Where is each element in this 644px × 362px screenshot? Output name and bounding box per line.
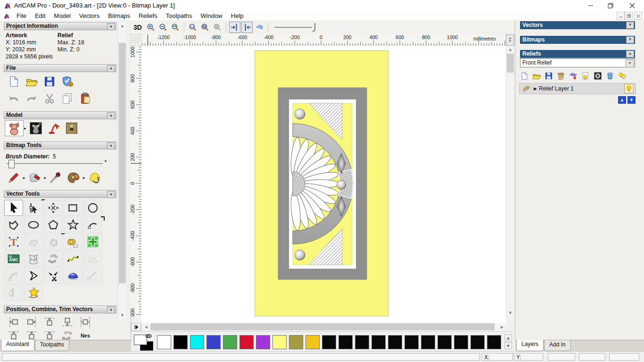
collapse-project-info-button[interactable]: ▲ bbox=[107, 23, 115, 30]
expand-bitmaps-icon[interactable]: ▼ bbox=[626, 36, 634, 43]
palette-swatch-14[interactable] bbox=[388, 335, 402, 349]
paint-icon[interactable] bbox=[5, 170, 23, 185]
palette-swatch-11[interactable] bbox=[339, 335, 353, 349]
child-close-button[interactable] bbox=[634, 12, 642, 20]
collapse-file-button[interactable]: ▲ bbox=[107, 65, 115, 72]
child-restore-button[interactable] bbox=[625, 12, 633, 20]
text-on-picture[interactable]: ABC bbox=[4, 251, 23, 267]
canvas-scroll-left-icon[interactable]: ◄ bbox=[143, 323, 149, 330]
fillet-arcs[interactable] bbox=[4, 268, 23, 284]
spin-dome[interactable] bbox=[64, 268, 83, 284]
vector-texture[interactable] bbox=[83, 251, 102, 267]
collapse-position-button[interactable]: ▲ bbox=[107, 306, 115, 313]
save-model-icon[interactable] bbox=[41, 74, 58, 89]
flyout-arrow-icon[interactable]: ▸ bbox=[44, 175, 47, 180]
new-relief-layer-icon[interactable] bbox=[580, 71, 591, 81]
expand-vectors-icon[interactable]: ▼ bbox=[626, 22, 634, 29]
relief-selector-dropdown-icon[interactable]: ▼ bbox=[626, 59, 634, 67]
align-centre-v[interactable] bbox=[5, 331, 23, 340]
zoom-in-icon[interactable] bbox=[145, 22, 157, 33]
canvas-vscrollbar-thumb[interactable] bbox=[507, 54, 514, 73]
relief-layer-row[interactable]: + ▶ Relief Layer 1 bbox=[519, 83, 636, 94]
undo-icon[interactable] bbox=[5, 91, 23, 106]
zoom-1to1-icon[interactable]: 1:1 bbox=[187, 22, 198, 33]
node-editing[interactable] bbox=[24, 200, 43, 216]
create-arc[interactable] bbox=[83, 217, 102, 233]
create-ellipse[interactable] bbox=[24, 217, 43, 233]
tab-add-in[interactable]: Add In bbox=[544, 340, 571, 351]
transform-vectors[interactable] bbox=[44, 200, 63, 216]
canvas-hscrollbar[interactable]: ◄ ► bbox=[141, 323, 506, 331]
scroll-up-icon[interactable]: ▲ bbox=[119, 22, 126, 30]
tab-layers[interactable]: Layers bbox=[516, 340, 544, 351]
paste-relief-icon[interactable] bbox=[568, 71, 578, 81]
copy-icon[interactable] bbox=[58, 91, 76, 106]
menu-window[interactable]: Window bbox=[197, 11, 227, 20]
offset-vectors[interactable] bbox=[44, 234, 63, 250]
wrap-star[interactable] bbox=[24, 285, 43, 301]
collapse-bitmap-button[interactable]: ▲ bbox=[107, 142, 115, 149]
notes-icon[interactable] bbox=[76, 91, 94, 106]
ruler-corner[interactable] bbox=[131, 34, 141, 46]
zoom-fit-icon[interactable] bbox=[199, 22, 211, 33]
palette-swatch-3[interactable] bbox=[206, 335, 221, 349]
previous-view-icon[interactable] bbox=[254, 22, 265, 33]
palette-scroll-down-icon[interactable]: ▼ bbox=[504, 342, 512, 349]
texture-paint-icon[interactable] bbox=[86, 170, 104, 185]
open-model-icon[interactable] bbox=[23, 74, 41, 89]
trim-vectors[interactable] bbox=[44, 268, 63, 284]
relief-selector[interactable]: Front Relief ▼ bbox=[520, 58, 635, 67]
toggle-layers-icon[interactable] bbox=[617, 71, 627, 81]
menu-reliefs[interactable]: Reliefs bbox=[134, 11, 162, 20]
assistant-scrollbar-thumb[interactable] bbox=[119, 43, 126, 283]
menu-file[interactable]: File bbox=[12, 11, 31, 20]
node-curve[interactable] bbox=[83, 268, 102, 284]
paste-centres[interactable] bbox=[41, 331, 58, 340]
zoom-previous-icon[interactable] bbox=[170, 22, 181, 33]
line-width-slider-track[interactable] bbox=[274, 27, 312, 28]
palette-scroll-up-icon[interactable]: ▲ bbox=[504, 334, 512, 341]
palette-swatch-18[interactable] bbox=[454, 335, 468, 349]
palette-swatch-1[interactable] bbox=[173, 335, 188, 349]
model-options-icon[interactable] bbox=[58, 74, 76, 89]
zoom-objects-icon[interactable] bbox=[212, 22, 223, 33]
block-copy[interactable] bbox=[44, 251, 63, 267]
greyscale-view-icon[interactable]: T bbox=[27, 121, 45, 136]
menu-toolpaths[interactable]: Toolpaths bbox=[162, 11, 197, 20]
open-relief-icon[interactable] bbox=[531, 71, 542, 81]
flood-fill-icon[interactable] bbox=[26, 170, 44, 185]
canvas-hscrollbar-thumb[interactable] bbox=[150, 323, 495, 330]
flyout-arrow-icon[interactable]: ▸ bbox=[23, 175, 25, 180]
palette-swatch-13[interactable] bbox=[372, 335, 386, 349]
assistant-scrollbar[interactable]: ▲ ▼ bbox=[118, 22, 126, 319]
canvas-scroll-up-icon[interactable]: ▲ bbox=[507, 46, 514, 53]
palette-swatch-15[interactable] bbox=[405, 335, 419, 349]
menu-help[interactable]: Help bbox=[227, 11, 248, 20]
align-right[interactable] bbox=[23, 314, 41, 329]
minimize-button[interactable] bbox=[583, 0, 599, 11]
palette-swatch-17[interactable] bbox=[438, 335, 452, 349]
redo-icon[interactable] bbox=[23, 91, 41, 106]
select-vectors[interactable] bbox=[4, 200, 23, 216]
nesting[interactable]: Nes bbox=[76, 331, 94, 340]
palette-swatch-5[interactable] bbox=[239, 335, 254, 349]
brush-slider-track[interactable] bbox=[7, 163, 103, 164]
greyscale-relief-icon[interactable] bbox=[593, 71, 603, 81]
create-text[interactable]: T bbox=[4, 234, 23, 250]
set-model-size-icon[interactable]: T bbox=[5, 120, 24, 136]
palette-swatch-4[interactable] bbox=[223, 335, 237, 349]
create-rectangle[interactable] bbox=[64, 200, 83, 216]
palette-swatch-10[interactable] bbox=[322, 335, 336, 349]
arrow-copy[interactable] bbox=[24, 268, 43, 284]
fit-spline[interactable] bbox=[64, 251, 83, 267]
distort-vectors[interactable] bbox=[24, 251, 43, 267]
menu-vectors[interactable]: Vectors bbox=[75, 11, 104, 20]
close-button[interactable] bbox=[624, 0, 640, 11]
palette-swatch-8[interactable] bbox=[289, 335, 303, 349]
zoom-out-icon[interactable] bbox=[157, 22, 169, 33]
wrap-text[interactable] bbox=[24, 234, 43, 250]
palette-swatch-12[interactable] bbox=[355, 335, 369, 349]
tab-toolpaths[interactable]: Toolpaths bbox=[35, 340, 69, 351]
align-top[interactable] bbox=[41, 314, 58, 329]
relief-envelope-icon[interactable] bbox=[556, 71, 566, 81]
